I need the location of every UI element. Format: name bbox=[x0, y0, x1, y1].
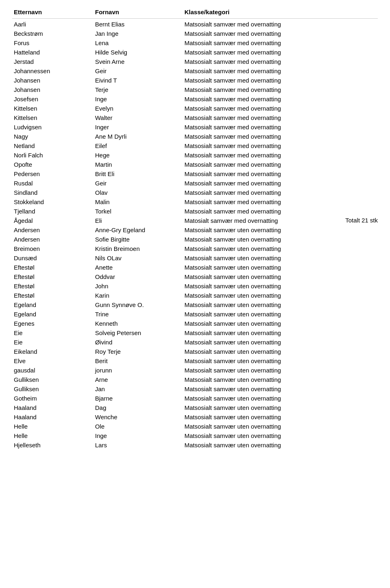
cell-etternavn: Gotheim bbox=[12, 394, 93, 402]
cell-fornavn: Ole bbox=[93, 422, 183, 430]
cell-fornavn: Lena bbox=[93, 39, 183, 47]
table-row: BreimoenKristin BreimoenMatsosialt samvæ… bbox=[12, 244, 378, 253]
cell-etternavn: Breimoen bbox=[12, 245, 93, 253]
cell-fornavn: Walter bbox=[93, 114, 183, 122]
cell-fornavn: Martin bbox=[93, 161, 183, 168]
table-header: Etternavn Fornavn Klasse/kategori bbox=[12, 8, 378, 19]
table-row: EieSolveig PetersenMatsosialt samvær ute… bbox=[12, 328, 378, 338]
cell-klasse: Matsosialt samvær uten overnatting bbox=[183, 432, 378, 440]
cell-etternavn: Eikeland bbox=[12, 348, 93, 355]
cell-klasse: Matsosialt samvær uten overnatting bbox=[183, 385, 378, 393]
cell-fornavn: Bernt Elias bbox=[93, 20, 183, 28]
cell-klasse: Matsosialt samvær uten overnatting bbox=[183, 292, 378, 299]
table-row: GulliksenJanMatsosialt samvær uten overn… bbox=[12, 384, 378, 394]
cell-fornavn: Berit bbox=[93, 357, 183, 365]
cell-etternavn: Eftestøl bbox=[12, 273, 93, 281]
cell-fornavn: Wenche bbox=[93, 413, 183, 421]
cell-klasse: Matsosialt samvær med overnatting bbox=[183, 161, 378, 168]
cell-klasse: Matsosialt samvær uten overnatting bbox=[183, 357, 378, 365]
table-row: AndersenAnne-Gry EgelandMatsosialt samvæ… bbox=[12, 225, 378, 235]
cell-fornavn: Geir bbox=[93, 179, 183, 187]
cell-klasse: Matsosialt samvær med overnatting bbox=[183, 198, 378, 206]
table-row: AarliBernt EliasMatsosialt samvær med ov… bbox=[12, 20, 378, 29]
cell-klasse: Matsosialt samvær uten overnatting bbox=[183, 235, 378, 243]
cell-klasse: Matsosialt samvær med overnatting bbox=[183, 105, 378, 112]
cell-etternavn: Eie bbox=[12, 329, 93, 337]
cell-etternavn: Rusdal bbox=[12, 179, 93, 187]
table-row: AndersenSofie BirgitteMatsosialt samvær … bbox=[12, 235, 378, 244]
table-row: JohansenTerjeMatsosialt samvær med overn… bbox=[12, 85, 378, 94]
cell-klasse: Matsosialt samvær med overnatting bbox=[183, 142, 378, 150]
table-row: EikelandRoy TerjeMatsosialt samvær uten … bbox=[12, 347, 378, 356]
cell-etternavn: Egenes bbox=[12, 320, 93, 327]
table-row: JosefsenIngeMatsosialt samvær med overna… bbox=[12, 94, 378, 104]
table-row: EgenesKennethMatsosialt samvær uten over… bbox=[12, 319, 378, 328]
cell-etternavn: Hjelleseth bbox=[12, 441, 93, 449]
cell-klasse: Matsosialt samvær med overnatting bbox=[183, 95, 378, 103]
cell-fornavn: Geir bbox=[93, 67, 183, 75]
cell-etternavn: Helle bbox=[12, 432, 93, 440]
cell-etternavn: Andersen bbox=[12, 235, 93, 243]
table-row: EftestølJohnMatsosialt samvær uten overn… bbox=[12, 281, 378, 291]
cell-klasse: Matsosialt samvær med overnatting bbox=[183, 30, 378, 37]
table-row: HelleIngeMatsosialt samvær uten overnatt… bbox=[12, 431, 378, 440]
cell-klasse: Matsosialt samvær med overnatting bbox=[183, 133, 378, 140]
table-row: JohansenEivind TMatsosialt samvær med ov… bbox=[12, 76, 378, 85]
cell-etternavn: Egeland bbox=[12, 301, 93, 309]
cell-klasse: Matsosialt samvær uten overnatting bbox=[183, 338, 378, 346]
cell-fornavn: John bbox=[93, 282, 183, 290]
cell-fornavn: Bjarne bbox=[93, 394, 183, 402]
cell-klasse: Matsosialt samvær uten overnatting bbox=[183, 376, 378, 383]
cell-fornavn: Hege bbox=[93, 151, 183, 159]
header-klasse: Klasse/kategori bbox=[183, 8, 378, 16]
table-row: NagyAne M DyrliMatsosialt samvær med ove… bbox=[12, 132, 378, 141]
table-row: HaalandWencheMatsosialt samvær uten over… bbox=[12, 412, 378, 422]
cell-etternavn: Elve bbox=[12, 357, 93, 365]
cell-klasse: Matsosialt samvær med overnatting bbox=[183, 67, 378, 75]
cell-etternavn: Netland bbox=[12, 142, 93, 150]
cell-klasse: Matsosialt samvær uten overnatting bbox=[183, 254, 378, 262]
cell-etternavn: Haaland bbox=[12, 404, 93, 412]
cell-klasse: Matsosialt samvær med overnatting bbox=[183, 189, 378, 196]
cell-etternavn: Egeland bbox=[12, 310, 93, 318]
table-row: KittelsenEvelynMatsosialt samvær med ove… bbox=[12, 104, 378, 113]
cell-etternavn: Johansen bbox=[12, 86, 93, 94]
cell-etternavn: Sindland bbox=[12, 189, 93, 196]
cell-fornavn: Britt Eli bbox=[93, 170, 183, 178]
table-row: HjellesethLarsMatsosialt samvær uten ove… bbox=[12, 440, 378, 450]
table-row: LudvigsenIngerMatsosialt samvær med over… bbox=[12, 122, 378, 132]
cell-etternavn: Eftestøl bbox=[12, 264, 93, 271]
cell-klasse: Matsosialt samvær uten overnatting bbox=[183, 245, 378, 253]
table-body: AarliBernt EliasMatsosialt samvær med ov… bbox=[12, 20, 378, 450]
cell-etternavn: Johansen bbox=[12, 76, 93, 84]
header-etternavn: Etternavn bbox=[12, 8, 93, 16]
cell-fornavn: Øivind bbox=[93, 338, 183, 346]
cell-klasse: Matsosialt samvær uten overnatting bbox=[183, 282, 378, 290]
header-fornavn: Fornavn bbox=[93, 8, 183, 16]
cell-etternavn: Haaland bbox=[12, 413, 93, 421]
cell-fornavn: Oddvar bbox=[93, 273, 183, 281]
cell-klasse: Matsosialt samvær uten overnatting bbox=[183, 329, 378, 337]
cell-klasse: Matsosialt samvær uten overnatting bbox=[183, 394, 378, 402]
table-row: GulliksenArneMatsosialt samvær uten over… bbox=[12, 375, 378, 384]
table-row: ForusLenaMatsosialt samvær med overnatti… bbox=[12, 38, 378, 48]
table-row: Norli FalchHegeMatsosialt samvær med ove… bbox=[12, 150, 378, 160]
cell-etternavn: Norli Falch bbox=[12, 151, 93, 159]
cell-klasse: Matsosialt samvær uten overnatting bbox=[183, 422, 378, 430]
cell-klasse: Matsosialt samvær uten overnatting bbox=[183, 404, 378, 412]
table-row: gausdaljorunnMatsosialt samvær uten over… bbox=[12, 366, 378, 375]
cell-etternavn: Nagy bbox=[12, 133, 93, 140]
cell-fornavn: Eilef bbox=[93, 142, 183, 150]
cell-fornavn: Olav bbox=[93, 189, 183, 196]
cell-klasse: Matsosialt samvær uten overnatting bbox=[183, 273, 378, 281]
cell-klasse: Matsosialt samvær uten overnatting bbox=[183, 264, 378, 271]
table-row: DunsædNils OLavMatsosialt samvær uten ov… bbox=[12, 253, 378, 263]
cell-etternavn: Kittelsen bbox=[12, 114, 93, 122]
cell-etternavn: Stokkeland bbox=[12, 198, 93, 206]
cell-fornavn: Hilde Selvig bbox=[93, 48, 183, 56]
cell-klasse: Matsosialt samvær med overnatting bbox=[183, 86, 378, 94]
table-row: JohannessenGeirMatsosialt samvær med ove… bbox=[12, 66, 378, 76]
cell-klasse: Matsosialt samvær med overnatting bbox=[183, 207, 378, 215]
cell-etternavn: Eftestøl bbox=[12, 282, 93, 290]
cell-klasse: Matsosialt samvær med overnatting bbox=[183, 179, 378, 187]
